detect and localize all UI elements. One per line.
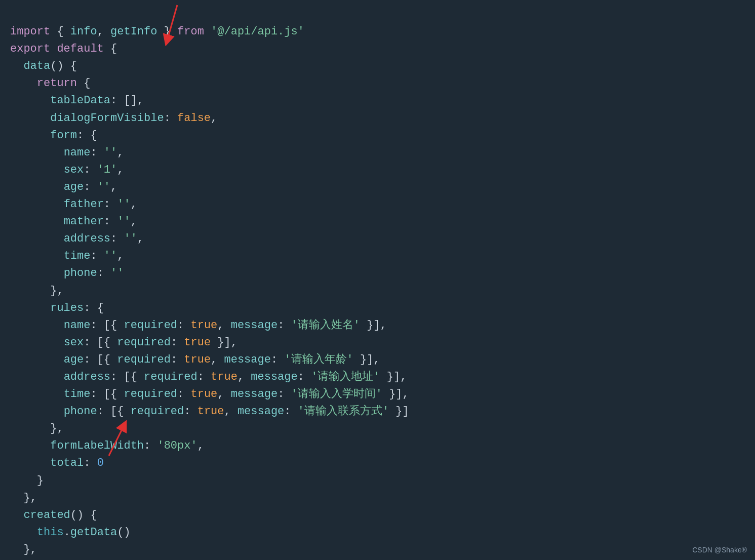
line-12: mather: '', [10,215,137,228]
line-21: address: [{ required: true, message: '请输… [10,371,407,383]
line-13: address: '', [10,232,144,245]
line-30: this.getData() [10,526,131,539]
line-15: phone: '' [10,267,124,279]
line-31: }, [10,543,37,556]
line-23: phone: [{ required: true, message: '请输入联… [10,405,409,418]
line-28: }, [10,492,37,504]
line-19: sex: [{ required: true }], [10,336,237,349]
line-3: data() { [10,60,77,72]
line-25: formLabelWidth: '80px', [10,439,204,452]
line-7: form: { [10,129,97,142]
code-editor: import { info, getInfo } from '@/api/api… [0,0,755,560]
line-14: time: '', [10,250,124,262]
line-1: import { info, getInfo } from '@/api/api… [10,25,304,38]
line-17: rules: { [10,302,104,314]
line-10: age: '', [10,181,117,193]
line-11: father: '', [10,198,137,211]
line-22: time: [{ required: true, message: '请输入入学… [10,388,409,401]
line-18: name: [{ required: true, message: '请输入姓名… [10,319,387,332]
line-24: }, [10,422,64,435]
line-27: } [10,474,44,487]
line-6: dialogFormVisible: false, [10,112,217,125]
line-8: name: '', [10,146,124,159]
line-20: age: [{ required: true, message: '请输入年龄'… [10,353,380,366]
line-2: export default { [10,43,117,55]
line-5: tableData: [], [10,94,144,107]
line-26: total: 0 [10,457,104,469]
watermark-text: CSDN @Shake® [692,545,747,556]
line-16: }, [10,285,64,297]
line-4: return { [10,77,90,90]
line-9: sex: '1', [10,164,124,176]
line-29: created() { [10,509,97,522]
